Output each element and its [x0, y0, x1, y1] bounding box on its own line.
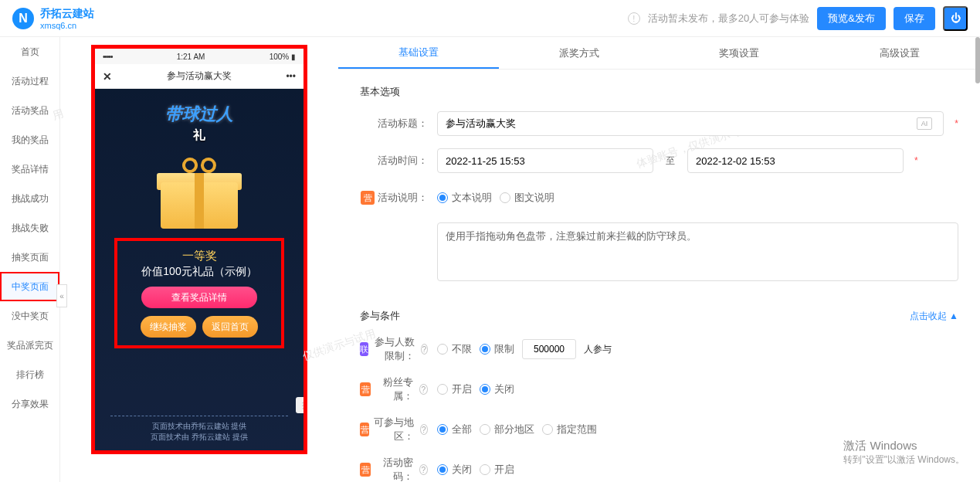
badge-ying-icon: 营 — [360, 382, 371, 396]
sidebar-item-my-prizes[interactable]: 我的奖品 — [0, 125, 59, 154]
banner-title: 带球过人 — [165, 103, 233, 126]
start-time-input[interactable] — [437, 148, 653, 173]
time-separator: 至 — [661, 154, 680, 168]
region-label: 可参与地区： — [372, 416, 413, 443]
limit-unlimited-radio[interactable]: 不限 — [437, 342, 472, 356]
status-battery: 100% ▮ — [270, 53, 296, 61]
region-all-radio[interactable]: 全部 — [437, 423, 472, 436]
limit-label: 参与人数限制： — [371, 335, 415, 363]
sidebar-item-draw-page[interactable]: 抽奖页面 — [0, 243, 59, 272]
close-icon[interactable]: ✕ — [103, 70, 112, 83]
signal-icon: ••••• — [103, 53, 113, 61]
fans-label: 粉丝专属： — [374, 375, 413, 403]
help-icon[interactable]: ? — [419, 384, 428, 395]
logo-icon: N — [12, 8, 34, 29]
pwd-on-radio[interactable]: 开启 — [480, 463, 514, 477]
sidebar-item-win-page[interactable]: 中奖页面 — [0, 272, 59, 301]
pwd-label: 活动密码： — [374, 456, 413, 482]
status-time: 1:21 AM — [177, 53, 205, 61]
basic-section-title: 基本选项 — [360, 85, 958, 99]
footer-line-1: 页面技术由乔拓云建站 提供 — [110, 421, 288, 432]
phone-app-title: 参与活动赢大奖 — [167, 70, 232, 83]
prize-tier-label: 一等奖 — [125, 249, 273, 263]
sidebar-item-home[interactable]: 首页 — [0, 37, 59, 66]
required-mark: * — [914, 155, 918, 166]
region-range-radio[interactable]: 指定范围 — [542, 423, 597, 436]
sidebar-item-share[interactable]: 分享效果 — [0, 389, 59, 419]
desc-label: 活动说明： — [378, 191, 428, 205]
activity-desc-textarea[interactable]: 使用手指拖动角色盘带，注意躲过前来拦截的防守球员。 — [437, 222, 958, 281]
activity-title-input[interactable] — [437, 111, 944, 136]
required-mark: * — [955, 118, 958, 129]
windows-activate-notice: 激活 Windows 转到"设置"以激活 Windows。 — [843, 439, 965, 467]
save-button[interactable]: 保存 — [894, 7, 935, 30]
info-icon: ! — [628, 12, 640, 25]
logo-title: 乔拓云建站 — [40, 7, 94, 21]
desc-rich-radio[interactable]: 图文说明 — [500, 191, 554, 205]
limit-limited-radio[interactable]: 限制 — [480, 342, 514, 356]
prize-name-label: 价值100元礼品（示例） — [125, 265, 273, 279]
tab-dispatch[interactable]: 派奖方式 — [499, 37, 660, 69]
tab-prize-config[interactable]: 奖项设置 — [660, 37, 820, 69]
title-label: 活动标题： — [360, 117, 437, 131]
phone-preview: ••••• 1:21 AM 100% ▮ ✕ 参与活动赢大奖 ••• 带球过人 … — [91, 45, 307, 454]
publish-status-text: 活动暂未发布，最多20人可参与体验 — [648, 12, 809, 25]
badge-ying-icon: 营 — [361, 191, 375, 205]
prize-result-box: 一等奖 价值100元礼品（示例） 查看奖品详情 继续抽奖 返回首页 — [114, 238, 284, 348]
help-icon[interactable]: ? — [421, 344, 428, 355]
continue-draw-button[interactable]: 继续抽奖 — [141, 316, 196, 338]
tab-basic[interactable]: 基础设置 — [338, 37, 499, 69]
preview-column: 用 奖项一 ⌄ ••••• 1:21 AM 100% ▮ ✕ 参与活动赢大奖 •… — [60, 37, 338, 482]
sidebar-item-prize-detail[interactable]: 奖品详情 — [0, 154, 59, 184]
sidebar-item-process[interactable]: 活动过程 — [0, 66, 59, 96]
gift-icon — [153, 151, 246, 229]
desc-text-radio[interactable]: 文本说明 — [437, 191, 492, 205]
view-prize-detail-button[interactable]: 查看奖品详情 — [141, 287, 257, 308]
cond-section-title: 参与条件 — [360, 309, 400, 323]
footer-line-2: 页面技术由 乔拓云建站 提供 — [110, 432, 288, 443]
fans-off-radio[interactable]: 关闭 — [480, 382, 514, 396]
phone-footer: 页面技术由乔拓云建站 提供 页面技术由 乔拓云建站 提供 — [110, 416, 288, 450]
logo-subtitle: xmsq6.cn — [40, 21, 94, 30]
region-part-radio[interactable]: 部分地区 — [480, 423, 534, 436]
banner-subtitle: 礼 — [193, 127, 205, 144]
preview-publish-button[interactable]: 预览&发布 — [817, 7, 886, 30]
submit-pill[interactable]: 提交 — [296, 397, 307, 413]
phone-app-bar: ✕ 参与活动赢大奖 ••• — [95, 64, 303, 89]
more-icon[interactable]: ••• — [286, 71, 296, 82]
sidebar-item-prizeout-page[interactable]: 奖品派完页 — [0, 331, 59, 360]
phone-status-bar: ••••• 1:21 AM 100% ▮ — [95, 49, 303, 64]
sidebar-item-nowin-page[interactable]: 没中奖页 — [0, 301, 59, 331]
limit-suffix: 人参与 — [584, 343, 612, 356]
sidebar-item-leaderboard[interactable]: 排行榜 — [0, 360, 59, 389]
sidebar-item-challenge-fail[interactable]: 挑战失败 — [0, 213, 59, 243]
fans-on-radio[interactable]: 开启 — [437, 382, 472, 396]
phone-body: 带球过人 礼 一等奖 价值100元礼品（示例） 查看奖品详情 继续抽奖 返回首页 — [95, 89, 303, 450]
cond-collapse-link[interactable]: 点击收起 ▲ — [910, 310, 958, 323]
time-label: 活动时间： — [360, 154, 437, 168]
back-home-button[interactable]: 返回首页 — [202, 316, 258, 338]
sidebar-item-prizes[interactable]: 活动奖品 — [0, 96, 59, 125]
pwd-off-radio[interactable]: 关闭 — [437, 463, 472, 477]
help-icon[interactable]: ? — [419, 464, 428, 475]
tab-advanced[interactable]: 高级设置 — [819, 37, 980, 69]
settings-tabs: 基础设置 派奖方式 奖项设置 高级设置 — [338, 37, 980, 70]
sidebar-item-challenge-success[interactable]: 挑战成功 — [0, 184, 59, 213]
settings-panel: 体验账号，仅供演示与试用 基础设置 派奖方式 奖项设置 高级设置 基本选项 活动… — [338, 37, 980, 482]
logo[interactable]: N 乔拓云建站 xmsq6.cn — [12, 7, 94, 30]
help-icon[interactable]: ? — [420, 424, 428, 435]
badge-lian-icon: 联 — [360, 342, 368, 356]
ai-icon[interactable]: AI — [917, 117, 932, 130]
badge-ying-icon: 营 — [360, 463, 371, 477]
end-time-input[interactable] — [687, 148, 904, 173]
power-button[interactable]: ⏻ — [943, 6, 968, 31]
limit-number-input[interactable] — [522, 339, 576, 359]
scrollbar[interactable] — [975, 37, 980, 83]
badge-ying-icon: 营 — [360, 423, 369, 436]
sidebar: 首页 活动过程 活动奖品 我的奖品 奖品详情 挑战成功 挑战失败 抽奖页面 中奖… — [0, 37, 60, 482]
